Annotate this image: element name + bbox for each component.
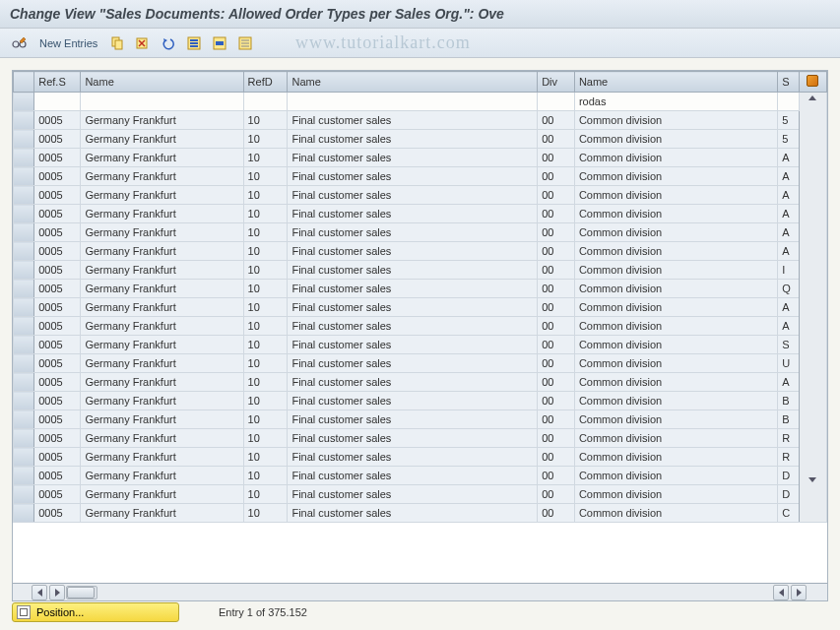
cell-div[interactable]: 00 <box>538 410 575 429</box>
cell-refs[interactable]: 0005 <box>34 223 81 242</box>
cell-name3[interactable]: Common division <box>574 186 777 205</box>
cell-name3[interactable]: Common division <box>574 130 777 149</box>
cell-refd[interactable]: 10 <box>243 130 288 149</box>
cell-name3[interactable]: Common division <box>574 205 777 223</box>
cell-name1[interactable]: Germany Frankfurt <box>81 373 243 392</box>
cell-name1[interactable]: Germany Frankfurt <box>81 111 243 130</box>
delete-button[interactable] <box>133 33 153 53</box>
col-header-s[interactable]: S <box>778 72 799 93</box>
cell-refd[interactable]: 10 <box>243 317 288 336</box>
cell-div[interactable]: 00 <box>538 261 575 280</box>
row-selector[interactable] <box>14 149 34 167</box>
position-button[interactable]: Position... <box>12 602 179 622</box>
col-header-name1[interactable]: Name <box>81 72 243 93</box>
row-selector[interactable] <box>14 410 34 429</box>
cell-name1[interactable]: Germany Frankfurt <box>81 485 243 504</box>
cell-name2[interactable]: Final customer sales <box>288 354 538 373</box>
select-all-button[interactable] <box>184 33 204 53</box>
cell-refd[interactable]: 10 <box>243 186 288 205</box>
table-settings-button[interactable] <box>799 72 826 93</box>
cell-name3[interactable]: Common division <box>574 485 777 504</box>
cell-refd[interactable]: 10 <box>243 336 288 354</box>
cell-refd[interactable]: 10 <box>243 504 288 523</box>
cell-name2[interactable]: Final customer sales <box>288 373 538 392</box>
cell-refd[interactable]: 10 <box>243 448 288 467</box>
cell-refd[interactable]: 10 <box>243 429 288 448</box>
cell-s[interactable]: A <box>778 298 799 317</box>
new-entries-button[interactable]: New Entries <box>35 37 101 49</box>
cell-name2[interactable] <box>288 93 538 111</box>
cell-name3[interactable]: Common division <box>574 242 777 261</box>
cell-div[interactable]: 00 <box>538 130 575 149</box>
cell-name3[interactable]: Common division <box>574 280 777 298</box>
cell-name1[interactable]: Germany Frankfurt <box>81 336 243 354</box>
row-selector[interactable] <box>14 504 34 523</box>
cell-name1[interactable]: Germany Frankfurt <box>81 130 243 149</box>
cell-s[interactable]: 5 <box>778 111 799 130</box>
scroll-down-icon[interactable] <box>808 477 816 482</box>
cell-s[interactable]: A <box>778 373 799 392</box>
cell-s[interactable]: C <box>778 504 799 523</box>
cell-div[interactable]: 00 <box>538 149 575 167</box>
row-selector[interactable] <box>14 354 34 373</box>
cell-div[interactable]: 00 <box>538 111 575 130</box>
cell-s[interactable]: 5 <box>778 130 799 149</box>
row-selector[interactable] <box>14 223 34 242</box>
cell-name1[interactable]: Germany Frankfurt <box>81 186 243 205</box>
cell-s[interactable]: B <box>778 392 799 410</box>
cell-name2[interactable]: Final customer sales <box>288 242 538 261</box>
cell-div[interactable]: 00 <box>538 186 575 205</box>
cell-name3[interactable]: Common division <box>574 261 777 280</box>
hscroll-thumb[interactable] <box>67 587 95 598</box>
cell-name1[interactable]: Germany Frankfurt <box>81 261 243 280</box>
cell-div[interactable]: 00 <box>538 336 575 354</box>
cell-name3[interactable]: Common division <box>574 354 777 373</box>
cell-name1[interactable]: Germany Frankfurt <box>81 298 243 317</box>
cell-refs[interactable]: 0005 <box>34 186 81 205</box>
cell-s[interactable]: D <box>778 467 799 485</box>
cell-refd[interactable]: 10 <box>243 223 288 242</box>
cell-name2[interactable]: Final customer sales <box>288 167 538 186</box>
cell-refs[interactable]: 0005 <box>34 167 81 186</box>
cell-name2[interactable]: Final customer sales <box>288 429 538 448</box>
cell-name3[interactable]: rodas <box>574 93 777 111</box>
cell-refd[interactable] <box>243 93 288 111</box>
cell-s[interactable]: R <box>778 448 799 467</box>
row-selector[interactable] <box>14 373 34 392</box>
cell-div[interactable]: 00 <box>538 242 575 261</box>
row-selector[interactable] <box>14 392 34 410</box>
scroll-right-button[interactable] <box>49 585 65 600</box>
row-selector[interactable] <box>14 280 34 298</box>
cell-s[interactable]: A <box>778 317 799 336</box>
row-selector[interactable] <box>14 167 34 186</box>
cell-refs[interactable]: 0005 <box>34 317 81 336</box>
cell-div[interactable]: 00 <box>538 467 575 485</box>
cell-name3[interactable]: Common division <box>574 429 777 448</box>
col-header-refd[interactable]: RefD <box>243 72 288 93</box>
cell-refs[interactable]: 0005 <box>34 448 81 467</box>
select-block-button[interactable] <box>210 33 229 53</box>
cell-name2[interactable]: Final customer sales <box>288 280 538 298</box>
cell-s[interactable]: U <box>778 354 799 373</box>
cell-div[interactable]: 00 <box>538 373 575 392</box>
cell-refs[interactable]: 0005 <box>34 111 81 130</box>
cell-div[interactable]: 00 <box>538 429 575 448</box>
copy-button[interactable] <box>107 33 127 53</box>
col-header-div[interactable]: Div <box>538 72 575 93</box>
cell-refd[interactable]: 10 <box>243 373 288 392</box>
vertical-scrollbar[interactable] <box>799 93 826 523</box>
cell-name1[interactable]: Germany Frankfurt <box>81 223 243 242</box>
cell-name3[interactable]: Common division <box>574 504 777 523</box>
row-selector[interactable] <box>14 261 34 280</box>
cell-s[interactable]: I <box>778 261 799 280</box>
cell-name1[interactable]: Germany Frankfurt <box>81 149 243 167</box>
cell-name2[interactable]: Final customer sales <box>288 149 538 167</box>
row-selector[interactable] <box>14 111 34 130</box>
cell-refs[interactable]: 0005 <box>34 280 81 298</box>
cell-s[interactable]: A <box>778 149 799 167</box>
deselect-all-button[interactable] <box>235 33 255 53</box>
cell-refs[interactable]: 0005 <box>34 149 81 167</box>
cell-div[interactable]: 00 <box>538 504 575 523</box>
col-header-refs[interactable]: Ref.S <box>34 72 81 93</box>
toggle-display-button[interactable] <box>10 33 30 53</box>
